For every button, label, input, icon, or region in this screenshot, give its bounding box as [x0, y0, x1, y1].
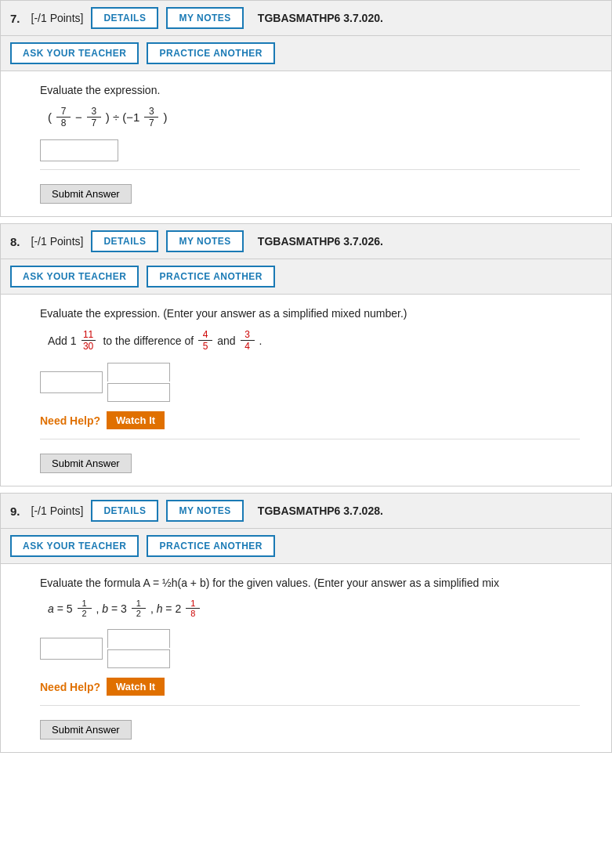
- fraction-7-8: 7 8: [56, 106, 71, 128]
- problem-9-id: TGBASMATHP6 3.7.028.: [258, 505, 383, 517]
- practice-another-button-7[interactable]: PRACTICE ANOTHER: [147, 42, 275, 64]
- problem-7-answer-input[interactable]: [40, 139, 118, 161]
- fraction-3-4: 3 4: [241, 329, 255, 352]
- problem-9-description: Evaluate the formula A = ½h(a + b) for t…: [40, 577, 580, 589]
- details-button-8[interactable]: DETAILS: [91, 230, 158, 252]
- problem-9-content: Evaluate the formula A = ½h(a + b) for t…: [1, 564, 611, 752]
- problem-8-actions: ASK YOUR TEACHER PRACTICE ANOTHER: [1, 259, 611, 295]
- divider-7: [40, 169, 580, 170]
- problem-8-need-help: Need Help? Watch It: [40, 411, 580, 429]
- problem-8-number: 8.: [10, 235, 20, 248]
- practice-another-button-9[interactable]: PRACTICE ANOTHER: [147, 535, 275, 557]
- fraction-3-7b: 3 7: [144, 106, 158, 128]
- practice-another-button-8[interactable]: PRACTICE ANOTHER: [147, 266, 275, 288]
- ask-teacher-button-8[interactable]: ASK YOUR TEACHER: [10, 266, 139, 288]
- submit-button-8[interactable]: Submit Answer: [40, 454, 132, 473]
- problem-7-number: 7.: [10, 12, 20, 25]
- fraction-4-5: 4 5: [198, 329, 212, 352]
- problem-8-description: Evaluate the expression. (Enter your ans…: [40, 307, 580, 320]
- notes-button-9[interactable]: MY NOTES: [166, 500, 243, 522]
- problem-9-header: 9. [-/1 Points] DETAILS MY NOTES TGBASMA…: [1, 494, 611, 529]
- fraction-a-1-2: 1 2: [78, 599, 92, 618]
- problem-8-answer-row: [40, 363, 580, 402]
- problem-9: 9. [-/1 Points] DETAILS MY NOTES TGBASMA…: [0, 493, 612, 753]
- ask-teacher-button-7[interactable]: ASK YOUR TEACHER: [10, 42, 139, 64]
- problem-8-denominator-input[interactable]: [107, 383, 170, 402]
- problem-8-math: Add 1 11 30 to the difference of 4 5 and…: [48, 329, 580, 352]
- problem-8-content: Evaluate the expression. (Enter your ans…: [1, 295, 611, 486]
- problem-8-whole-input[interactable]: [40, 371, 103, 393]
- divider-9: [40, 705, 580, 706]
- problem-9-whole-input[interactable]: [40, 638, 103, 660]
- divider-8: [40, 439, 580, 439]
- need-help-label-8: Need Help?: [40, 414, 100, 427]
- problem-8-points: [-/1 Points]: [31, 235, 84, 248]
- problem-9-actions: ASK YOUR TEACHER PRACTICE ANOTHER: [1, 529, 611, 564]
- fraction-11-30: 11 30: [81, 329, 96, 352]
- problem-9-need-help: Need Help? Watch It: [40, 678, 580, 696]
- fraction-h-1-8: 1 8: [186, 599, 200, 618]
- fraction-b-1-2: 1 2: [132, 599, 146, 618]
- problem-7-id: TGBASMATHP6 3.7.020.: [258, 12, 383, 24]
- problem-8-id: TGBASMATHP6 3.7.026.: [258, 235, 383, 248]
- problem-8: 8. [-/1 Points] DETAILS MY NOTES TGBASMA…: [0, 223, 612, 486]
- problem-8-header: 8. [-/1 Points] DETAILS MY NOTES TGBASMA…: [1, 224, 611, 259]
- submit-button-7[interactable]: Submit Answer: [40, 184, 132, 204]
- ask-teacher-button-9[interactable]: ASK YOUR TEACHER: [10, 535, 139, 557]
- problem-9-denominator-input[interactable]: [107, 649, 170, 668]
- problem-7-header: 7. [-/1 Points] DETAILS MY NOTES TGBASMA…: [1, 1, 611, 36]
- problem-7-points: [-/1 Points]: [31, 12, 84, 24]
- problem-9-answer-row: [40, 629, 580, 668]
- problem-9-number: 9.: [10, 505, 20, 518]
- details-button-9[interactable]: DETAILS: [91, 500, 158, 522]
- problem-7-description: Evaluate the expression.: [40, 84, 580, 96]
- problem-7-math: ( 7 8 − 3 7 ) ÷ (−1 3 7 ): [48, 106, 580, 128]
- watch-it-button-9[interactable]: Watch It: [107, 678, 165, 696]
- fraction-3-7: 3 7: [87, 106, 101, 128]
- problem-9-points: [-/1 Points]: [31, 505, 84, 517]
- problem-7-actions: ASK YOUR TEACHER PRACTICE ANOTHER: [1, 36, 611, 71]
- need-help-label-9: Need Help?: [40, 681, 100, 693]
- problem-9-math: a = 5 1 2 , b = 3 1 2 , h = 2 1 8: [48, 599, 580, 618]
- watch-it-button-8[interactable]: Watch It: [107, 411, 165, 429]
- notes-button-8[interactable]: MY NOTES: [166, 230, 243, 252]
- notes-button-7[interactable]: MY NOTES: [166, 7, 243, 29]
- problem-7-content: Evaluate the expression. ( 7 8 − 3 7 ) ÷…: [1, 71, 611, 216]
- problem-8-numerator-input[interactable]: [107, 363, 170, 382]
- problem-7: 7. [-/1 Points] DETAILS MY NOTES TGBASMA…: [0, 0, 612, 217]
- problem-9-fraction-inputs: [107, 629, 170, 668]
- submit-button-9[interactable]: Submit Answer: [40, 720, 132, 740]
- details-button-7[interactable]: DETAILS: [91, 7, 158, 29]
- problem-7-answer-row: [40, 139, 580, 161]
- problem-9-numerator-input[interactable]: [107, 629, 170, 648]
- problem-8-fraction-inputs: [107, 363, 170, 402]
